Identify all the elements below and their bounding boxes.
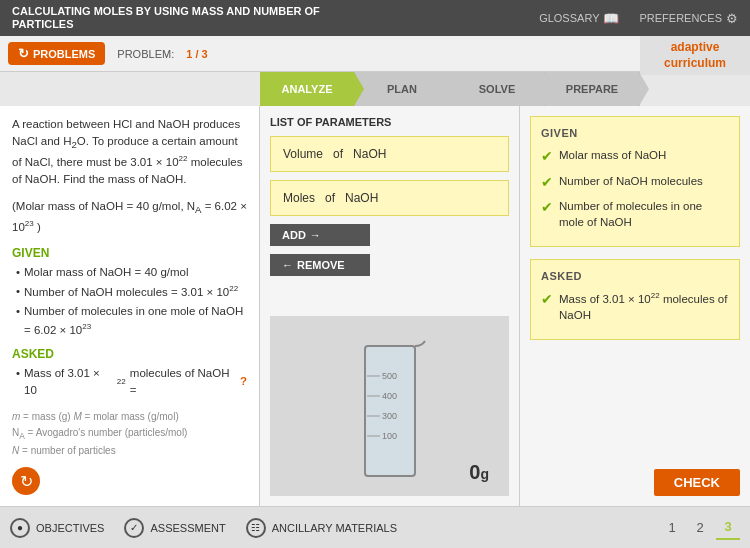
problems-bar: ↻ PROBLEMS PROBLEM: 1 / 3 — [0, 36, 750, 72]
middle-panel: LIST OF PARAMETERS Volume of NaOH Moles … — [260, 106, 520, 506]
assessment-icon: ✓ — [124, 518, 144, 538]
param-card-2[interactable]: Moles of NaOH — [270, 180, 509, 216]
step-tabs: ANALYZE PLAN SOLVE PREPARE — [260, 72, 640, 106]
given-box: GIVEN ✔ Molar mass of NaOH ✔ Number of N… — [530, 116, 740, 247]
param-label-1: Volume of NaOH — [283, 147, 386, 161]
preferences-button[interactable]: PREFERENCES ⚙ — [639, 11, 738, 26]
formula-line-1: m = mass (g) M = molar mass (g/mol) — [12, 409, 247, 425]
given-right-label-2: Number of NaOH molecules — [559, 173, 703, 189]
param-label-2: Moles of NaOH — [283, 191, 378, 205]
asked-box: ASKED ✔ Mass of 3.01 × 1022 molecules of… — [530, 259, 740, 340]
molar-mass-note: (Molar mass of NaOH = 40 g/mol, NA = 6.0… — [12, 198, 247, 236]
main-layout: A reaction between HCl and NaOH produces… — [0, 106, 750, 506]
beaker-svg: 500 400 300 100 — [350, 336, 430, 496]
given-right-item-2: ✔ Number of NaOH molecules — [541, 173, 729, 193]
ancillary-icon: ☷ — [246, 518, 266, 538]
given-box-title: GIVEN — [541, 127, 729, 139]
problem-text: A reaction between HCl and NaOH produces… — [12, 116, 247, 188]
mass-display: 0g — [469, 461, 489, 484]
given-item-3: Number of molecules in one mole of NaOH … — [16, 303, 247, 338]
logo-adaptive: adaptivecurriculum — [648, 40, 742, 71]
reset-button[interactable]: ↻ — [12, 467, 40, 495]
glossary-icon: 📖 — [603, 11, 619, 26]
asked-section-label: ASKED — [12, 347, 247, 361]
list-params-title: LIST OF PARAMETERS — [270, 116, 509, 128]
assessment-label: ASSESSMENT — [150, 522, 225, 534]
right-panel: GIVEN ✔ Molar mass of NaOH ✔ Number of N… — [520, 106, 750, 506]
given-item-2: Number of NaOH molecules = 3.01 × 1022 — [16, 283, 247, 301]
objectives-label: OBJECTIVES — [36, 522, 104, 534]
check-icon-asked: ✔ — [541, 290, 553, 310]
asked-box-title: ASKED — [541, 270, 729, 282]
page-3[interactable]: 3 — [716, 516, 740, 540]
objectives-icon: ● — [10, 518, 30, 538]
preferences-label: PREFERENCES — [639, 12, 722, 24]
formula-line-2: NA = Avogadro's number (particles/mol) — [12, 425, 247, 443]
bottom-bar: ● OBJECTIVES ✓ ASSESSMENT ☷ ANCILLARY MA… — [0, 506, 750, 548]
given-list: Molar mass of NaOH = 40 g/mol Number of … — [12, 264, 247, 339]
mass-unit: g — [480, 466, 489, 482]
given-section-label: GIVEN — [12, 246, 247, 260]
page-1[interactable]: 1 — [660, 516, 684, 540]
page-2[interactable]: 2 — [688, 516, 712, 540]
problems-button-label: PROBLEMS — [33, 48, 95, 60]
asked-item: Mass of 3.01 × 1022 molecules of NaOH = … — [16, 365, 247, 400]
add-label: ADD — [282, 229, 306, 241]
check-button[interactable]: CHECK — [654, 469, 740, 496]
ancillary-label: ANCILLARY MATERIALS — [272, 522, 397, 534]
objectives-button[interactable]: ● OBJECTIVES — [10, 518, 104, 538]
tab-solve[interactable]: SOLVE — [450, 72, 545, 106]
remove-label: REMOVE — [297, 259, 345, 271]
tab-plan[interactable]: PLAN — [355, 72, 450, 106]
asked-right-label-1: Mass of 3.01 × 1022 molecules of NaOH — [559, 290, 729, 323]
left-panel: A reaction between HCl and NaOH produces… — [0, 106, 260, 506]
asked-list: Mass of 3.01 × 1022 molecules of NaOH = … — [12, 365, 247, 400]
problems-button[interactable]: ↻ PROBLEMS — [8, 42, 105, 65]
logo-area: adaptivecurriculum — [640, 36, 750, 75]
problem-count: 1 / 3 — [186, 48, 207, 60]
formula-line-3: N = number of particles — [12, 443, 247, 459]
check-icon-2: ✔ — [541, 173, 553, 193]
tab-analyze[interactable]: ANALYZE — [260, 72, 355, 106]
add-remove-btns: ADD → ← REMOVE — [270, 224, 509, 276]
given-right-label-1: Molar mass of NaOH — [559, 147, 666, 163]
check-icon-1: ✔ — [541, 147, 553, 167]
given-right-item-3: ✔ Number of molecules in one mole of NaO… — [541, 198, 729, 230]
gear-icon: ⚙ — [726, 11, 738, 26]
svg-text:300: 300 — [382, 411, 397, 421]
svg-text:500: 500 — [382, 371, 397, 381]
remove-button[interactable]: ← REMOVE — [270, 254, 370, 276]
assessment-button[interactable]: ✓ ASSESSMENT — [124, 518, 225, 538]
tab-prepare[interactable]: PREPARE — [545, 72, 640, 106]
add-button[interactable]: ADD → — [270, 224, 370, 246]
svg-text:400: 400 — [382, 391, 397, 401]
unknown-symbol: ? — [240, 373, 247, 390]
page-title: CALCULATING MOLES BY USING MASS AND NUMB… — [12, 5, 372, 31]
given-right-label-3: Number of molecules in one mole of NaOH — [559, 198, 729, 230]
param-card-1[interactable]: Volume of NaOH — [270, 136, 509, 172]
beaker-area: 500 400 300 100 0g — [270, 316, 509, 496]
refresh-icon: ↻ — [18, 46, 29, 61]
top-bar-right: GLOSSARY 📖 PREFERENCES ⚙ — [539, 11, 738, 26]
given-right-item-1: ✔ Molar mass of NaOH — [541, 147, 729, 167]
glossary-label: GLOSSARY — [539, 12, 599, 24]
problem-label: PROBLEM: — [117, 48, 174, 60]
mass-value: 0 — [469, 461, 480, 483]
formula-hint: m = mass (g) M = molar mass (g/mol) NA =… — [12, 409, 247, 459]
glossary-button[interactable]: GLOSSARY 📖 — [539, 11, 619, 26]
check-icon-3: ✔ — [541, 198, 553, 218]
ancillary-materials-button[interactable]: ☷ ANCILLARY MATERIALS — [246, 518, 397, 538]
add-arrow-icon: → — [310, 229, 321, 241]
asked-right-item-1: ✔ Mass of 3.01 × 1022 molecules of NaOH — [541, 290, 729, 323]
top-bar: CALCULATING MOLES BY USING MASS AND NUMB… — [0, 0, 750, 36]
page-numbers: 1 2 3 — [660, 516, 740, 540]
svg-text:100: 100 — [382, 431, 397, 441]
given-item-1: Molar mass of NaOH = 40 g/mol — [16, 264, 247, 281]
remove-left-arrow-icon: ← — [282, 259, 293, 271]
